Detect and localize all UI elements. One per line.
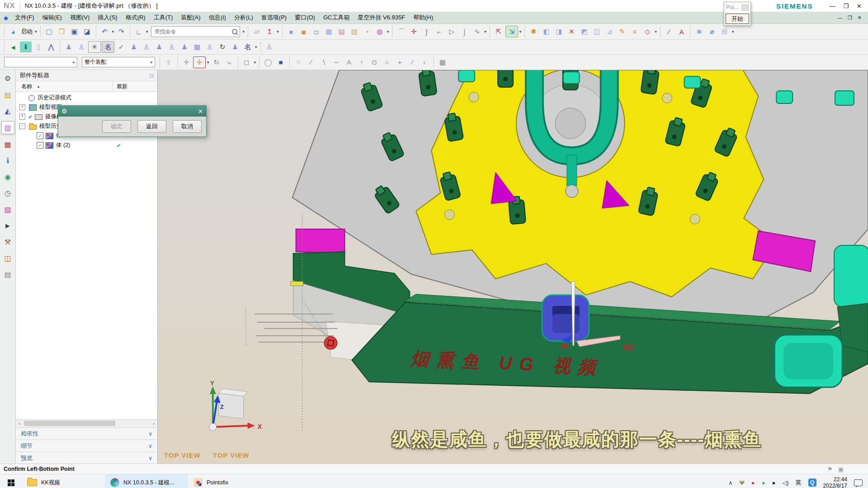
taskbar-app-nx[interactable]: NX 10.0.3.5 - 建模... bbox=[105, 474, 188, 488]
navigator-section-3[interactable]: 预览∨ bbox=[16, 451, 157, 464]
save-icon[interactable]: ▣ bbox=[69, 26, 80, 37]
hand-tool-icon[interactable]: ⇪ bbox=[163, 57, 175, 68]
tree-expander-icon[interactable]: - bbox=[19, 123, 25, 129]
ime-language-icon[interactable]: 英 bbox=[796, 479, 802, 487]
analysis-icon[interactable]: ≋ bbox=[693, 26, 705, 37]
scroll-left-icon[interactable]: ‹ bbox=[16, 421, 23, 426]
reuse-library-icon[interactable]: ▦ bbox=[2, 138, 14, 150]
nx-launcher-icon[interactable]: ◕ bbox=[7, 26, 19, 37]
assembly-pair-icon[interactable]: ♙ bbox=[75, 42, 87, 52]
menu-item-1[interactable]: 文件(F) bbox=[11, 12, 38, 23]
component-compass-icon[interactable]: ♙ bbox=[141, 42, 152, 52]
shaded-view-icon[interactable]: ■ bbox=[275, 57, 287, 68]
component-swap-icon[interactable]: ↻ bbox=[217, 42, 228, 52]
snap-sphere-icon[interactable]: ◐ bbox=[419, 57, 431, 68]
tools-icon[interactable]: ⚒ bbox=[2, 236, 14, 248]
wechat-icon[interactable]: ● bbox=[762, 479, 765, 486]
datum-caret[interactable]: ▾ bbox=[277, 29, 279, 34]
part-navigator-icon[interactable]: ▥ bbox=[1, 121, 14, 134]
menu-item-13[interactable]: 星空外挂 V6.935F bbox=[354, 12, 409, 23]
pointofix-title-bar[interactable]: Poi... bbox=[724, 2, 750, 12]
pointofix-start-button[interactable]: 开始 bbox=[726, 14, 749, 24]
move-object-icon[interactable]: ✛ bbox=[180, 57, 192, 68]
panel-window-icon[interactable]: □ bbox=[150, 72, 153, 79]
open-file-icon[interactable]: ❐ bbox=[56, 26, 68, 37]
scroll-right-icon[interactable]: › bbox=[150, 421, 157, 426]
scrollbar-track[interactable] bbox=[23, 421, 150, 426]
pattern-feature-icon[interactable]: ▤ bbox=[336, 26, 348, 37]
minimize-button[interactable]: — bbox=[829, 3, 835, 9]
roles-icon[interactable]: ◫ bbox=[2, 252, 14, 264]
menu-item-10[interactable]: 首选项(P) bbox=[257, 12, 291, 23]
select-caret[interactable]: ▾ bbox=[254, 60, 256, 65]
mirror-feature-icon[interactable]: ⋀ bbox=[45, 42, 57, 52]
menu-item-7[interactable]: 装配(A) bbox=[177, 12, 204, 23]
menu-item-5[interactable]: 格式(R) bbox=[122, 12, 150, 23]
line-icon[interactable]: ∕ bbox=[663, 26, 675, 37]
wireframe-icon[interactable]: ◯ bbox=[262, 57, 274, 68]
cancel-button[interactable]: 取消 bbox=[173, 120, 202, 133]
wcs-dynamics-icon[interactable]: ⇱ bbox=[493, 26, 505, 37]
name-caret[interactable]: ▾ bbox=[255, 45, 257, 49]
curve-caret[interactable]: ▾ bbox=[484, 29, 486, 34]
block-icon[interactable]: ■ bbox=[285, 26, 297, 37]
close-button[interactable]: ✕ bbox=[857, 3, 862, 9]
search-caret[interactable]: ▾ bbox=[243, 29, 245, 34]
navigator-section-1[interactable]: 相依性∨ bbox=[16, 427, 157, 439]
component-new-icon[interactable]: ♟ bbox=[179, 42, 190, 52]
datum-axis-icon[interactable]: ↥ bbox=[264, 26, 275, 37]
taskbar-clock[interactable]: 22:44 2022/8/17 bbox=[823, 476, 847, 488]
assembly-extra-icon[interactable]: ♙ bbox=[264, 42, 275, 52]
back-button[interactable]: 返回 bbox=[137, 120, 166, 133]
redo-icon[interactable]: ↷ bbox=[115, 26, 127, 37]
component-pattern-icon[interactable]: ♙ bbox=[204, 42, 216, 52]
snap-end-icon[interactable]: ∕ bbox=[305, 57, 317, 68]
snap-scatter-icon[interactable]: ⁘ bbox=[292, 57, 304, 68]
dialog-title-bar[interactable]: ⚙ ✕ bbox=[58, 106, 206, 117]
measure-icon[interactable]: ⌀ bbox=[706, 26, 718, 37]
tree-expander-icon[interactable]: + bbox=[19, 114, 25, 120]
snap-handle-icon[interactable]: ✛ bbox=[193, 56, 206, 68]
csys-orient-icon[interactable]: ∟ bbox=[133, 26, 145, 37]
tree-row-6[interactable]: ✓体 (2)✔ bbox=[16, 141, 157, 150]
component-copy-icon[interactable]: ♙ bbox=[166, 42, 178, 52]
vector-icon[interactable]: ⇲ bbox=[505, 26, 518, 38]
navigator-gear-icon[interactable]: ⚙ bbox=[2, 72, 14, 84]
child-close-button[interactable]: ✕ bbox=[858, 15, 862, 21]
navigator-hscrollbar[interactable]: ‹ › bbox=[16, 419, 157, 427]
tail-caret[interactable]: ▾ bbox=[732, 29, 734, 34]
tree-checkbox[interactable]: ✓ bbox=[37, 142, 43, 149]
edit-feature-icon[interactable]: ✎ bbox=[616, 26, 628, 37]
model-canvas[interactable]: 烟熏鱼 UG 视频 bbox=[158, 70, 868, 464]
taskbar-app-pointofix[interactable]: Pointofix bbox=[188, 474, 271, 488]
status-flag-icon[interactable]: ⚑ bbox=[827, 466, 833, 473]
column-header-name[interactable]: 名称 ▲ bbox=[16, 81, 113, 91]
feature-group-icon[interactable]: ✱ bbox=[528, 26, 539, 37]
volume-icon[interactable]: ◁) bbox=[782, 479, 788, 486]
split-face-icon[interactable]: ◧ bbox=[540, 26, 552, 37]
qq-browser-icon[interactable]: Q bbox=[808, 479, 816, 487]
tree-checkbox[interactable]: ✓ bbox=[37, 132, 43, 139]
constraint-navigator-icon[interactable]: ◭ bbox=[2, 105, 14, 117]
undo-icon[interactable]: ↶ bbox=[99, 26, 111, 37]
extrude-small-icon[interactable]: ▯ bbox=[33, 42, 44, 52]
datum-plane-icon[interactable]: ◇ bbox=[642, 26, 653, 37]
search-icon[interactable] bbox=[232, 29, 237, 34]
status-window-icon[interactable]: ▣ bbox=[838, 466, 844, 473]
sketch-in-task-icon[interactable]: ⬇ bbox=[20, 42, 32, 52]
microphone-icon[interactable]: Ψ bbox=[740, 479, 745, 486]
corner-icon[interactable]: ⌐ bbox=[433, 26, 445, 37]
snap-spline-icon[interactable]: ∼ bbox=[330, 57, 342, 68]
grid-table-icon[interactable]: ▦ bbox=[437, 57, 448, 68]
move-caret[interactable]: ▾ bbox=[207, 60, 209, 65]
menu-item-4[interactable]: 插入(S) bbox=[94, 12, 121, 23]
navigator-compass-icon[interactable]: ✳ bbox=[88, 41, 101, 53]
image-palette-icon[interactable]: ▧ bbox=[2, 203, 14, 216]
name-display-icon[interactable]: 名 bbox=[242, 42, 254, 52]
unite-icon[interactable]: ▦ bbox=[323, 26, 335, 37]
menu-item-11[interactable]: 窗口(O) bbox=[291, 12, 319, 23]
save-as-icon[interactable]: ◪ bbox=[81, 26, 93, 37]
web-browser-icon[interactable]: ℹ bbox=[2, 155, 14, 167]
dialog-close-icon[interactable]: ✕ bbox=[198, 108, 203, 115]
menu-item-14[interactable]: 帮助(H) bbox=[409, 12, 437, 23]
